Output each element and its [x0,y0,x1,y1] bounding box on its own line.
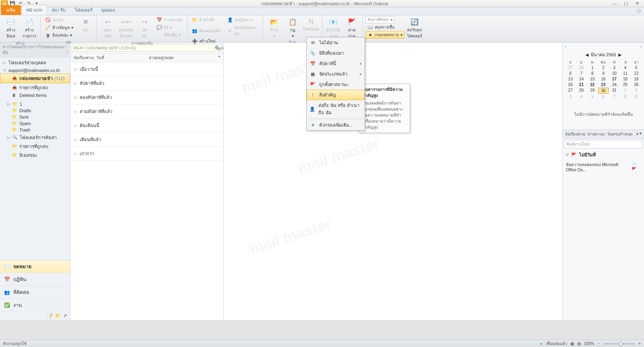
calendar-day[interactable]: 9 [631,94,642,99]
tree-personal-folders[interactable]: ▷โฟลเดอร์ส่วนบุคคล [0,58,70,67]
calendar-day[interactable]: 6 [565,71,576,76]
folder-shortcut-icon[interactable]: 📁 [55,313,61,318]
quickstep-moveto[interactable]: 📁ย้ายไปที่: [190,16,225,24]
new-items-button[interactable]: 📄สร้าง รายการ [21,16,38,40]
calendar-day[interactable]: 25 [620,82,630,87]
date-group[interactable]: ▷สัปดาห์ที่แล้ว [70,76,223,90]
zoom-slider[interactable] [603,343,635,345]
calendar-day[interactable]: 21 [576,82,586,87]
quickstep-replydel[interactable]: ✔ตอบกลับและลบ [225,24,261,37]
quickstep-team[interactable]: 👥อีเมลของทีม [190,24,225,37]
tab-view[interactable]: มุมมอง [97,5,119,15]
rules-button[interactable]: 📋กฎ ▾ [284,16,301,39]
date-group[interactable]: ▷ต้นเดือนนี้ [70,119,223,133]
calendar-day[interactable]: 8 [620,94,630,99]
calendar-day[interactable]: 3 [565,94,576,99]
view-reading-icon[interactable]: ▤ [577,341,581,346]
calendar-day[interactable]: 2 [631,88,642,94]
calendar-day[interactable]: 14 [576,76,586,82]
zoom-out-icon[interactable]: − [597,341,600,346]
calendar-day[interactable]: 7 [576,71,586,76]
task-arrange-header[interactable]: จัดเรียงตาม: ค่าสถานะ: วันครบกำหนด▴ ▾ [563,129,644,139]
tree-search-folders[interactable]: ▷🔍โฟลเดอร์การค้นหา [0,133,70,142]
quickstep-manager[interactable]: 👤ส่งผู้จัดการ [225,16,261,24]
new-email-button[interactable]: ✉️สร้าง อีเมล [2,16,19,40]
task-item[interactable]: ข้อความทดลองของ Microsoft Office Ou...📄 … [563,160,644,174]
calendar-day[interactable]: 4 [620,65,630,70]
sendreceive-all-button[interactable]: 🔄ส่ง/รับทุก โฟลเดอร์ [406,16,423,40]
calendar-day[interactable]: 19 [631,76,642,82]
calendar-day[interactable]: 26 [631,82,642,87]
tree-folder1[interactable]: ▷📁1 [0,101,70,107]
calendar-day[interactable]: 15 [587,76,598,82]
calendar-day[interactable]: 13 [565,76,576,82]
date-group[interactable]: ▷สองสัปดาห์ที่แล้ว [70,90,223,105]
nav-calendar[interactable]: 📅ปฏิทิน [0,273,70,286]
calendar-day[interactable]: 4 [576,94,586,99]
meeting-button[interactable]: 📅การประชุม [155,16,185,24]
delete-button[interactable]: ✖ลบ [77,16,94,34]
tree-sent[interactable]: 📁Sent [0,114,70,120]
sort-header[interactable]: จัดเรียงตาม: วันที่ ล่าสุดอยู่บนสุด ▾ [70,53,223,62]
calendar-day[interactable]: 6 [598,94,609,99]
tree-account[interactable]: ▽support@mailmaster.co.th [0,67,70,74]
tree-trash[interactable]: 📁Trash [0,127,70,133]
im-button[interactable]: 💬IM ▾ [155,24,185,31]
onenote-button[interactable]: NOneNote [303,16,320,33]
close-button[interactable]: ✕ [632,0,642,7]
task-group-nodate[interactable]: ▽🚩ไม่มีวันที่ [563,150,644,160]
prev-month-icon[interactable]: ◀ [585,52,588,57]
tree-spam[interactable]: 📁Spam [0,120,70,127]
quickstep-new[interactable]: ➕สร้างใหม่ [190,37,227,45]
tree-junk[interactable]: 📁อีเมลขยะ [0,151,70,160]
date-group[interactable]: ▷เก่ากว่า [70,147,223,161]
filter-important[interactable]: !สิ่งสำคัญ [307,90,365,100]
ribbon-help-icon[interactable]: ⓘ [634,8,644,15]
calendar-day[interactable]: 11 [620,71,630,76]
forward-button[interactable]: ↪ส่ง ต่อ [136,16,153,40]
calendar-day[interactable]: 10 [609,71,619,76]
calendar-day[interactable]: 16 [598,76,609,82]
calendar-day[interactable]: 29 [587,88,598,94]
more-respond-button[interactable]: ⋯เพิ่มเติม ▾ [155,31,185,39]
new-task-input[interactable]: พิมพ์งานใหม่ [564,140,642,148]
calendar-day[interactable]: 31 [609,88,619,94]
next-month-icon[interactable]: ▶ [618,52,621,57]
calendar-day[interactable]: 7 [609,94,619,99]
calendar-day[interactable]: 22 [587,82,598,87]
calendar-day[interactable]: 2 [598,65,609,70]
find-contact-input[interactable]: ค้นหาที่ติดต่อ▾ [365,16,394,23]
filter-email-button[interactable]: ▼กรองจดหมาย ▾ [365,31,405,39]
todo-collapse-icon[interactable]: ‹ [565,44,566,49]
tab-folder[interactable]: โฟลเดอร์ [70,5,97,15]
ignore-button[interactable]: 🚫ละเว้น [43,16,75,24]
reply-button[interactable]: ↩ตอบ กลับ [99,16,116,40]
filter-sentto[interactable]: 👤ส่งถึง: ฉัน หรือ สำเนาถึง: ฉัน [307,100,365,118]
shortcuts-icon[interactable]: ↗ [63,313,67,318]
date-group[interactable]: ▷เดือนที่แล้ว [70,133,223,147]
move-button[interactable]: 📂ย้าย ▾ [266,16,283,39]
minimize-button[interactable]: — [609,0,620,7]
calendar-day[interactable]: 27 [565,88,576,94]
zoom-in-icon[interactable]: + [638,341,641,346]
reply-all-button[interactable]: ↩↩ตอบกลับ ทั้งหมด [118,16,134,40]
calendar-day[interactable]: 5 [587,94,598,99]
filter-unread[interactable]: ✉ไม่ได้อ่าน [307,37,365,48]
filter-attachment[interactable]: 📎มีสิ่งที่แนบมา [307,48,365,58]
cleanup-button[interactable]: 🧹ล้างข้อมูล ▾ [43,24,75,31]
addressbook-button[interactable]: 📖สมุดรายชื่อ [365,23,405,31]
calendar-day[interactable]: 24 [609,82,619,87]
nav-contacts[interactable]: 👥ที่ติดต่อ [0,286,70,299]
calendar-day[interactable]: 20 [565,82,576,87]
calendar-day[interactable]: 18 [620,76,630,82]
junk-button[interactable]: 🗑อีเมลขยะ ▾ [43,31,75,39]
maximize-button[interactable]: ▢ [621,0,631,7]
date-group[interactable]: ▷เมื่อวานนี้ [70,62,223,76]
tab-file[interactable]: แฟ้ม [1,5,21,15]
nav-tasks[interactable]: ✅งาน [0,299,70,312]
calendar-day[interactable]: 28 [576,65,586,70]
calendar-day[interactable]: 3 [609,65,619,70]
tree-outbox[interactable]: 📤รายการที่ถูกส่ง [0,83,70,92]
todo-close-icon[interactable]: › [640,44,642,49]
filter-flagged[interactable]: 🚩ถูกตั้งค่าสถานะ [307,79,365,90]
